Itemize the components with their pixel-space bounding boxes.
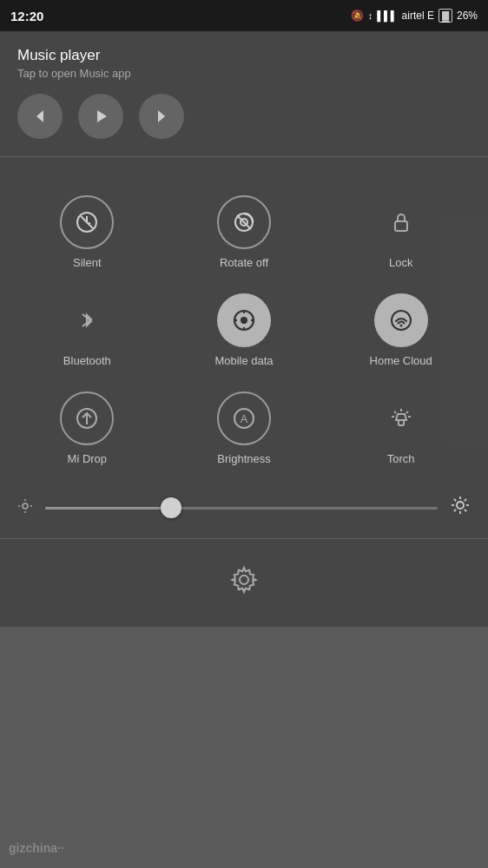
svg-line-42 [454,510,456,511]
svg-marker-1 [97,110,107,122]
svg-point-16 [392,311,411,330]
battery-level: 26% [457,10,478,22]
status-time: 12:20 [10,9,43,23]
battery-icon: ▓ [439,9,452,23]
toggle-mi-drop[interactable]: Mi Drop [9,379,166,477]
silent-icon-wrap [60,195,114,249]
svg-rect-23 [399,420,404,425]
settings-button[interactable] [229,565,259,601]
brightness-max-icon [450,495,471,521]
torch-label: Torch [387,452,415,465]
lock-icon-wrap [374,195,428,249]
home-cloud-icon [388,307,414,333]
lock-icon [388,209,414,235]
music-controls [17,94,471,139]
svg-line-8 [237,215,251,229]
toggles-grid: Silent Rotate off [0,166,488,486]
toggle-rotate-off[interactable]: Rotate off [166,183,323,281]
mi-drop-icon-wrap [60,391,114,445]
music-player-title: Music player [17,47,471,64]
brightness-min-icon [17,498,33,517]
svg-point-43 [240,575,248,584]
toggle-bluetooth[interactable]: Bluetooth [9,281,166,379]
svg-point-17 [399,325,402,327]
svg-line-41 [465,499,466,501]
rotate-off-icon [231,209,257,235]
mute-icon: 🔕 [351,10,364,22]
svg-rect-9 [395,221,407,231]
mobile-data-label: Mobile data [214,354,273,367]
brightness-label: Brightness [217,452,270,465]
mobile-data-icon [231,307,257,333]
signal-icon: ↕ [368,10,373,21]
svg-rect-11 [241,318,247,323]
mi-drop-label: Mi Drop [68,452,108,465]
toggle-lock[interactable]: Lock [322,183,479,281]
toggle-brightness[interactable]: A Brightness [166,379,323,477]
music-next-button[interactable] [139,94,184,139]
divider-top [0,156,488,157]
svg-line-25 [394,411,396,413]
svg-text:A: A [241,412,248,425]
music-player: Music player Tap to open Music app [0,31,488,148]
torch-icon-wrap [374,391,428,445]
toggle-torch[interactable]: Torch [322,379,479,477]
silent-icon [74,209,100,235]
carrier-label: airtel E [402,10,434,22]
music-play-button[interactable] [78,94,123,139]
rotate-off-label: Rotate off [220,256,268,269]
bluetooth-label: Bluetooth [63,354,111,367]
svg-marker-0 [36,110,43,122]
bluetooth-icon [74,307,100,333]
settings-row [0,548,488,609]
torch-icon [388,405,414,431]
toggle-home-cloud[interactable]: Home Cloud [322,281,479,379]
next-icon [153,108,170,125]
svg-marker-22 [396,414,406,420]
status-right: 🔕 ↕ ▌▌▌ airtel E ▓ 26% [351,9,478,23]
silent-label: Silent [73,256,102,269]
svg-point-29 [23,503,28,509]
status-bar: 12:20 🔕 ↕ ▌▌▌ airtel E ▓ 26% [0,0,488,31]
play-icon [92,108,109,125]
brightness-fill [45,507,171,510]
network-bars-icon: ▌▌▌ [377,10,397,21]
brightness-icon: A [231,405,257,431]
svg-line-26 [406,411,408,413]
mi-drop-icon [74,405,100,431]
home-cloud-label: Home Cloud [370,354,432,367]
music-player-subtitle: Tap to open Music app [17,67,471,80]
brightness-thumb[interactable] [161,497,181,518]
brightness-icon-wrap: A [217,391,271,445]
quick-settings-panel: Music player Tap to open Music app [0,31,488,627]
prev-icon [31,108,49,125]
mobile-data-icon-wrap [217,293,271,347]
home-cloud-icon-wrap [374,293,428,347]
svg-marker-2 [158,110,165,122]
toggle-silent[interactable]: Silent [9,183,166,281]
svg-line-40 [465,510,466,511]
lock-label: Lock [389,256,412,269]
rotate-off-icon-wrap [217,195,271,249]
bluetooth-icon-wrap [60,293,114,347]
divider-bottom [0,538,488,539]
toggle-mobile-data[interactable]: Mobile data [166,281,323,379]
brightness-slider-row [0,486,488,529]
watermark-suffix: ·· [57,841,64,855]
watermark: gizchina·· [9,835,64,858]
music-prev-button[interactable] [17,94,63,139]
watermark-text: gizchina [9,841,57,855]
svg-line-39 [454,499,456,501]
brightness-track[interactable] [45,507,438,510]
svg-point-34 [457,502,464,509]
gear-icon [229,565,259,595]
